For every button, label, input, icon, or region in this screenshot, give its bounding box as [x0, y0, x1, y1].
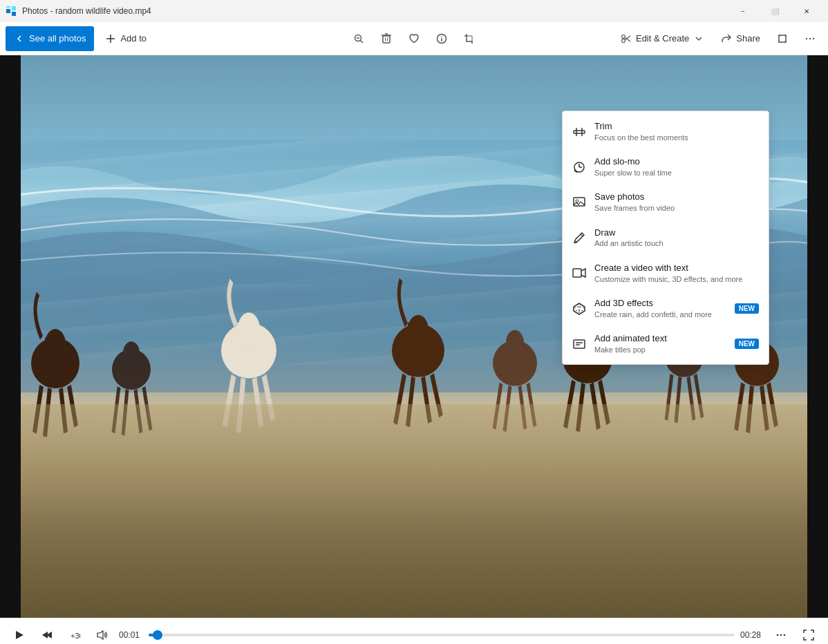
3d-effects-title: Add 3D effects [594, 298, 726, 310]
forward-icon: +30 [69, 629, 80, 641]
scissors-icon [621, 33, 632, 44]
slomo-desc: Super slow to real time [594, 168, 759, 178]
rewind-back-button[interactable] [36, 624, 58, 645]
window-title: Photos - random wildlife video.mp4 [22, 6, 151, 16]
share-button[interactable]: Share [714, 26, 767, 51]
play-button[interactable] [8, 624, 30, 645]
menu-item-animated-text[interactable]: Add animated text Make titles pop NEW [563, 326, 769, 361]
animated-text-badge: NEW [735, 339, 759, 349]
zoom-icon [353, 33, 364, 44]
toolbar-left: See all photos Add to [6, 26, 155, 51]
photos-icon [6, 6, 17, 17]
edit-create-dropdown: Trim Focus on the best moments Add slo-m… [562, 111, 769, 365]
draw-icon [572, 231, 586, 245]
favorite-button[interactable] [402, 26, 426, 51]
svg-text:+30: +30 [70, 632, 80, 640]
svg-line-7 [361, 40, 364, 43]
svg-point-69 [506, 330, 524, 356]
titlebar-left: Photos - random wildlife video.mp4 [6, 6, 151, 17]
slomo-icon [572, 160, 586, 174]
animated-text-title: Add animated text [594, 333, 726, 345]
controls-bar: +30 00:01 00:28 [0, 618, 828, 644]
more-options-icon [775, 629, 787, 641]
svg-rect-9 [383, 36, 390, 43]
svg-rect-84 [574, 198, 585, 206]
svg-point-102 [784, 634, 786, 636]
svg-marker-95 [16, 631, 23, 639]
fullscreen-button[interactable] [798, 624, 820, 645]
crop-button[interactable] [457, 26, 482, 51]
animated-text-text: Add animated text Make titles pop [594, 333, 726, 354]
save-photos-icon [572, 196, 586, 209]
edit-create-button[interactable]: Edit & Create [614, 26, 711, 51]
delete-button[interactable] [374, 26, 399, 51]
draw-title: Draw [594, 227, 759, 239]
3d-effects-badge: NEW [735, 303, 759, 314]
svg-point-42 [408, 315, 429, 345]
menu-item-trim[interactable]: Trim Focus on the best moments [563, 114, 769, 149]
svg-marker-99 [97, 631, 103, 639]
slomo-title: Add slo-mo [594, 156, 759, 168]
svg-rect-29 [45, 338, 50, 344]
trim-text: Trim Focus on the best moments [594, 121, 759, 142]
svg-rect-23 [779, 35, 786, 42]
total-duration: 00:28 [740, 630, 764, 640]
menu-item-draw[interactable]: Draw Add an artistic touch [563, 220, 769, 256]
svg-point-15 [441, 36, 442, 37]
animated-text-desc: Make titles pop [594, 345, 726, 354]
svg-point-20 [621, 35, 625, 38]
zoom-button[interactable] [346, 26, 371, 51]
svg-rect-36 [238, 323, 244, 330]
more-icon [805, 33, 816, 44]
see-all-photos-button[interactable]: See all photos [6, 26, 94, 51]
titlebar-controls: − ⬜ ✕ [727, 0, 822, 22]
play-icon [15, 630, 24, 640]
edit-create-label: Edit & Create [636, 33, 689, 44]
menu-item-slomo[interactable]: Add slo-mo Super slow to real time [563, 149, 769, 184]
svg-rect-2 [12, 12, 16, 16]
add-to-label: Add to [120, 33, 147, 44]
save-photos-desc: Save frames from video [594, 203, 759, 213]
trim-icon [572, 125, 586, 139]
titlebar: Photos - random wildlife video.mp4 − ⬜ ✕ [0, 0, 828, 22]
black-left [0, 55, 21, 618]
progress-thumb[interactable] [153, 630, 162, 640]
close-button[interactable]: ✕ [791, 0, 822, 22]
maximize-button[interactable]: ⬜ [759, 0, 791, 22]
fullscreen-icon [803, 629, 814, 641]
forward-button[interactable]: +30 [64, 624, 86, 645]
slomo-text: Add slo-mo Super slow to real time [594, 156, 759, 178]
svg-rect-0 [6, 9, 10, 13]
svg-point-19 [621, 39, 625, 42]
trim-desc: Focus on the best moments [594, 133, 759, 142]
progress-bar[interactable] [149, 634, 735, 636]
menu-item-video-text[interactable]: Create a video with text Customize with … [563, 256, 769, 291]
current-time: 00:01 [119, 630, 143, 640]
more-options-button[interactable] [770, 624, 792, 645]
svg-point-24 [806, 37, 807, 39]
minimize-button[interactable]: − [727, 0, 759, 22]
info-button[interactable] [429, 26, 454, 51]
video-text-text: Create a video with text Customize with … [594, 263, 759, 284]
svg-point-25 [809, 37, 811, 39]
volume-icon [97, 629, 108, 641]
video-area: Trim Focus on the best moments Add slo-m… [0, 55, 828, 618]
add-to-button[interactable]: Add to [97, 26, 155, 51]
more-button[interactable] [798, 26, 822, 51]
svg-point-26 [813, 37, 814, 39]
fit-window-button[interactable] [770, 26, 795, 51]
svg-line-86 [581, 234, 583, 236]
3d-effects-desc: Create rain, add confetti, and more [594, 310, 726, 319]
crop-icon [464, 33, 475, 44]
trim-title: Trim [594, 121, 759, 133]
heart-icon [408, 33, 420, 44]
chevron-down-icon [693, 33, 704, 44]
draw-desc: Add an artistic touch [594, 238, 759, 248]
menu-item-3d-effects[interactable]: Add 3D effects Create rain, add confetti… [563, 291, 769, 326]
menu-item-save-photos[interactable]: Save photos Save frames from video [563, 184, 769, 220]
volume-button[interactable] [91, 624, 113, 645]
toolbar-center [346, 26, 482, 51]
fit-icon [777, 33, 788, 44]
svg-rect-43 [408, 323, 413, 330]
save-photos-text: Save photos Save frames from video [594, 191, 759, 213]
